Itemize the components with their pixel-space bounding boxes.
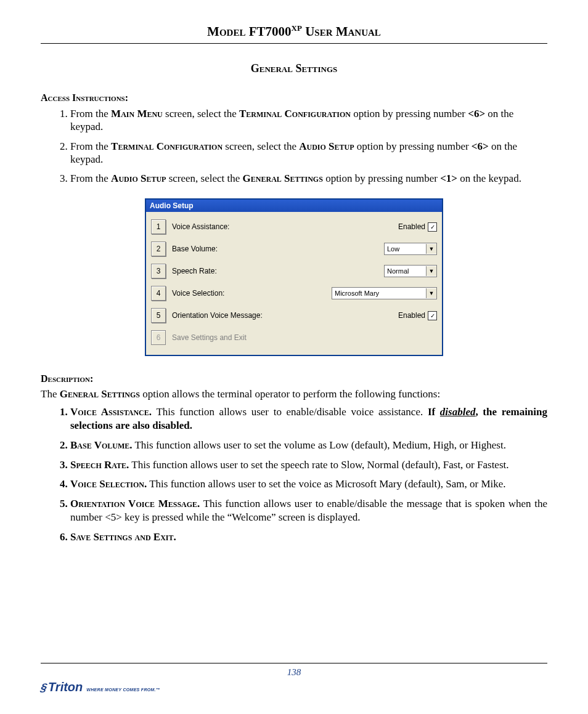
option-label: Speech Rate:: [172, 267, 378, 275]
function-item: Base Volume. This function allows user t…: [70, 439, 547, 452]
key-button-3[interactable]: 3: [151, 264, 166, 278]
access-heading: Access Instructions:: [41, 92, 547, 103]
page-footer: 138 §TritonWHERE MONEY COMES FROM.™: [41, 663, 547, 694]
function-item: Speech Rate. This function allows user t…: [70, 458, 547, 472]
function-item: Voice Assistance. This function allows u…: [70, 405, 547, 432]
option-label: Orientation Voice Message:: [172, 311, 392, 320]
triton-logo: §TritonWHERE MONEY COMES FROM.™: [41, 680, 547, 694]
page-number: 138: [41, 667, 547, 678]
option-row-voice-selection: 4 Voice Selection: Microsoft Mary ▼: [151, 282, 437, 304]
access-steps-list: From the Main Menu screen, select the Te…: [41, 107, 547, 185]
key-button-6: 6: [151, 330, 166, 345]
description-heading: Description:: [41, 373, 547, 384]
chevron-down-icon: ▼: [426, 244, 436, 254]
function-item: Orientation Voice Message. This function…: [70, 497, 547, 524]
function-item: Save Settings and Exit.: [70, 530, 547, 544]
access-step: From the Main Menu screen, select the Te…: [70, 107, 547, 134]
page-header: Model FT7000XP User Manual: [41, 23, 547, 44]
base-volume-dropdown[interactable]: Low ▼: [384, 243, 437, 255]
functions-list: Voice Assistance. This function allows u…: [41, 405, 547, 543]
header-model-name: FT7000: [249, 24, 292, 39]
window-body: 1 Voice Assistance: Enabled ✓ 2 Base Vol…: [146, 212, 442, 355]
logo-mark-icon: §: [39, 681, 48, 694]
description-intro: The General Settings option allows the t…: [41, 388, 547, 400]
option-label: Voice Selection:: [172, 289, 325, 298]
chevron-down-icon: ▼: [426, 288, 436, 298]
option-row-orientation-voice: 5 Orientation Voice Message: Enabled ✓: [151, 304, 437, 327]
header-model-prefix: Model: [207, 24, 245, 39]
checkbox-label: Enabled: [398, 311, 425, 320]
key-button-4[interactable]: 4: [151, 286, 166, 301]
option-row-speech-rate: 3 Speech Rate: Normal ▼: [151, 260, 437, 282]
option-row-voice-assistance: 1 Voice Assistance: Enabled ✓: [151, 216, 437, 238]
function-item: Voice Selection. This function allows us…: [70, 477, 547, 491]
audio-setup-window: Audio Setup 1 Voice Assistance: Enabled …: [145, 198, 443, 356]
header-title-suffix: User Manual: [305, 24, 381, 39]
key-button-5[interactable]: 5: [151, 308, 166, 323]
access-step: From the Audio Setup screen, select the …: [70, 172, 547, 185]
header-model-sup: XP: [292, 23, 302, 33]
chevron-down-icon: ▼: [426, 266, 436, 276]
speech-rate-dropdown[interactable]: Normal ▼: [384, 265, 437, 277]
window-titlebar: Audio Setup: [146, 200, 442, 212]
option-label: Base Volume:: [172, 245, 378, 253]
key-button-1[interactable]: 1: [151, 219, 166, 234]
orientation-voice-checkbox[interactable]: ✓: [428, 311, 437, 320]
embedded-screenshot: Audio Setup 1 Voice Assistance: Enabled …: [41, 198, 547, 356]
voice-assistance-checkbox[interactable]: ✓: [428, 222, 437, 232]
checkbox-label: Enabled: [398, 222, 425, 231]
option-row-base-volume: 2 Base Volume: Low ▼: [151, 238, 437, 260]
option-label: Voice Assistance:: [172, 222, 392, 231]
section-title: General Settings: [41, 62, 547, 75]
access-step: From the Terminal Configuration screen, …: [70, 140, 547, 166]
manual-page: Model FT7000XP User Manual General Setti…: [0, 0, 588, 714]
voice-selection-dropdown[interactable]: Microsoft Mary ▼: [332, 287, 437, 299]
option-row-save-exit: 6 Save Settings and Exit: [151, 327, 437, 349]
option-label: Save Settings and Exit: [172, 333, 437, 342]
key-button-2[interactable]: 2: [151, 241, 166, 256]
logo-tagline: WHERE MONEY COMES FROM.™: [86, 688, 160, 692]
